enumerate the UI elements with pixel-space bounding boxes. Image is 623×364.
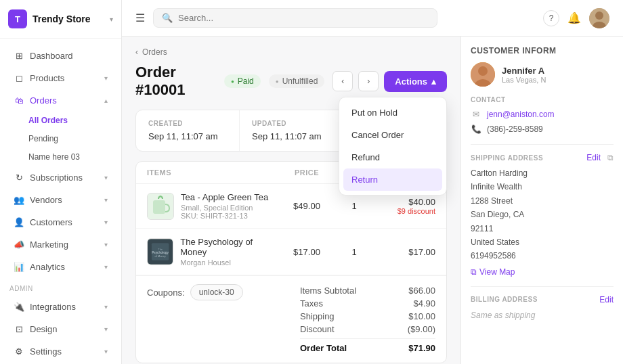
sidebar-item-marketing[interactable]: 📣 Marketing ▾ bbox=[4, 233, 117, 255]
sidebar-nav: ⊞ Dashboard ◻ Products ▾ 🛍 Orders ▴ All … bbox=[0, 39, 121, 364]
plug-icon: 🔌 bbox=[14, 301, 24, 312]
box-icon: ◻ bbox=[14, 72, 24, 83]
prev-order-button[interactable]: ‹ bbox=[332, 71, 353, 91]
customer-location: Las Vegas, N bbox=[502, 76, 546, 84]
svg-point-1 bbox=[595, 12, 603, 20]
col-price: PRICE bbox=[280, 168, 334, 177]
sidebar-logo[interactable]: T Trendy Store ▾ bbox=[0, 0, 121, 39]
sidebar-item-label: Integrations bbox=[30, 302, 76, 312]
layout-icon: ⊡ bbox=[14, 323, 24, 334]
item-price: $49.00 bbox=[280, 201, 334, 211]
order-title: Order #10001 bbox=[135, 64, 216, 99]
sidebar-item-orders[interactable]: 🛍 Orders ▴ bbox=[4, 89, 117, 111]
sidebar-item-dashboard[interactable]: ⊞ Dashboard bbox=[4, 45, 117, 66]
search-input[interactable] bbox=[178, 13, 429, 23]
right-panel: Customer Inform Jennifer A Las Vegas, N … bbox=[460, 37, 623, 364]
store-name: Trendy Store bbox=[33, 14, 91, 24]
chevron-down-icon: ▾ bbox=[110, 16, 113, 23]
dropdown-refund[interactable]: Refund bbox=[343, 146, 442, 168]
breadcrumb[interactable]: ‹ Orders bbox=[135, 47, 447, 57]
content-area: ‹ Orders Order #10001 Paid Unfulfilled ‹… bbox=[122, 37, 623, 364]
notification-icon[interactable]: 🔔 bbox=[567, 12, 581, 24]
shipping-address-text: Carlton Harding Infinite Wealth 1288 Str… bbox=[471, 166, 614, 263]
sidebar-item-settings[interactable]: ⚙ Settings ▾ bbox=[4, 340, 117, 362]
sidebar-item-analytics[interactable]: 📊 Analytics ▾ bbox=[4, 256, 117, 277]
sidebar-item-design[interactable]: ⊡ Design ▾ bbox=[4, 318, 117, 340]
taxes-row: Taxes $4.90 bbox=[300, 297, 435, 310]
help-icon[interactable]: ? bbox=[543, 10, 559, 26]
sidebar-item-name-here[interactable]: Name here 03 bbox=[19, 148, 117, 166]
customer-phone: (386)-259-8589 bbox=[487, 124, 543, 134]
dropdown-put-on-hold[interactable]: Put on Hold bbox=[343, 101, 442, 124]
item-name: The Psychology of Money bbox=[180, 237, 280, 257]
actions-button[interactable]: Actions ▴ bbox=[384, 71, 447, 92]
user-icon: 👤 bbox=[14, 217, 24, 227]
coupon-area: Coupons: unlock-30 bbox=[147, 284, 243, 300]
coupon-chip[interactable]: unlock-30 bbox=[190, 284, 243, 300]
chevron-icon: ▾ bbox=[104, 263, 108, 271]
orders-submenu: All Orders Pending Name here 03 bbox=[19, 112, 121, 166]
subtotal-value: $66.00 bbox=[408, 286, 435, 296]
total-value: $71.90 bbox=[408, 343, 435, 353]
bar-chart-icon: 📊 bbox=[14, 261, 24, 272]
customer-name: Jennifer A bbox=[502, 66, 546, 76]
admin-section-label: Admin bbox=[0, 278, 121, 295]
grid-icon: ⊞ bbox=[14, 50, 24, 61]
chevron-icon: ▾ bbox=[104, 74, 108, 82]
item-sub: Small, Special Edition bbox=[181, 204, 268, 212]
customer-email[interactable]: jenn@aniston.com bbox=[487, 110, 555, 119]
email-icon: ✉ bbox=[471, 109, 481, 120]
order-header: Order #10001 Paid Unfulfilled ‹ › Action… bbox=[135, 64, 447, 99]
customer-section-title: Customer Inform bbox=[471, 46, 614, 55]
sidebar-item-label: Products bbox=[30, 73, 64, 83]
user-avatar[interactable] bbox=[589, 8, 609, 28]
sidebar-item-subscriptions[interactable]: ↻ Subscriptions ▾ bbox=[4, 166, 117, 188]
breadcrumb-label: Orders bbox=[142, 47, 167, 57]
subtotal-row: Items Subtotal $66.00 bbox=[300, 284, 435, 297]
copy-address-icon[interactable]: ⧉ bbox=[607, 153, 614, 162]
shipping-edit-button[interactable]: Edit bbox=[586, 153, 601, 162]
chevron-icon: ▾ bbox=[104, 325, 108, 333]
shipping-label: Shipping bbox=[300, 311, 335, 321]
created-cell: CREATED Sep 11, 11:07 am bbox=[136, 110, 240, 151]
menu-icon[interactable]: ☰ bbox=[135, 12, 145, 24]
billing-title: BILLING ADDRESS bbox=[471, 296, 538, 303]
billing-edit-button[interactable]: Edit bbox=[599, 295, 614, 304]
chevron-icon: ▾ bbox=[104, 174, 108, 181]
created-value: Sep 11, 11:07 am bbox=[148, 131, 227, 141]
col-items: ITEMS bbox=[147, 168, 280, 177]
total-label: Order Total bbox=[300, 343, 347, 353]
status-badge-paid: Paid bbox=[224, 74, 261, 88]
updated-value: Sep 11, 11:07 am bbox=[252, 131, 330, 141]
sidebar-item-customers[interactable]: 👤 Customers ▾ bbox=[4, 211, 117, 233]
dropdown-cancel-order[interactable]: Cancel Order bbox=[343, 124, 442, 146]
billing-address-text: Same as shipping bbox=[471, 309, 614, 322]
shipping-value: $10.00 bbox=[408, 311, 435, 321]
next-order-button[interactable]: › bbox=[358, 71, 379, 91]
sidebar-item-integrations[interactable]: 🔌 Integrations ▾ bbox=[4, 296, 117, 317]
chevron-icon: ▴ bbox=[104, 97, 108, 104]
store-avatar: T bbox=[8, 9, 27, 28]
sidebar-item-pending[interactable]: Pending bbox=[19, 130, 117, 147]
chevron-icon: ▾ bbox=[104, 348, 108, 355]
item-sub: Morgan Housel bbox=[180, 258, 280, 267]
sidebar-item-label: Settings bbox=[30, 346, 62, 357]
view-map-link[interactable]: ⧉ View Map bbox=[471, 267, 614, 277]
svg-rect-4 bbox=[153, 200, 165, 214]
dropdown-return[interactable]: Return bbox=[343, 168, 442, 191]
total-row: Order Total $71.90 bbox=[300, 338, 435, 355]
header-right: ? 🔔 bbox=[543, 8, 609, 28]
shopping-bag-icon: 🛍 bbox=[14, 95, 24, 106]
contact-title: CONTACT bbox=[471, 96, 614, 104]
customer-details: Jennifer A Las Vegas, N bbox=[502, 66, 546, 84]
sidebar-item-label: Marketing bbox=[30, 240, 68, 250]
sidebar-item-all-orders[interactable]: All Orders bbox=[19, 112, 117, 129]
customer-info-header: Jennifer A Las Vegas, N bbox=[471, 62, 614, 87]
sidebar-item-label: Orders bbox=[30, 95, 57, 106]
order-panel: ‹ Orders Order #10001 Paid Unfulfilled ‹… bbox=[122, 37, 460, 364]
item-details: The Psychology of Money Morgan Housel bbox=[180, 237, 280, 267]
search-bar[interactable]: 🔍 bbox=[153, 8, 437, 28]
item-sku: SKU: SHIRT-321-13 bbox=[181, 212, 268, 220]
sidebar-item-products[interactable]: ◻ Products ▾ bbox=[4, 67, 117, 89]
sidebar-item-vendors[interactable]: 👥 Vendors ▾ bbox=[4, 189, 117, 210]
